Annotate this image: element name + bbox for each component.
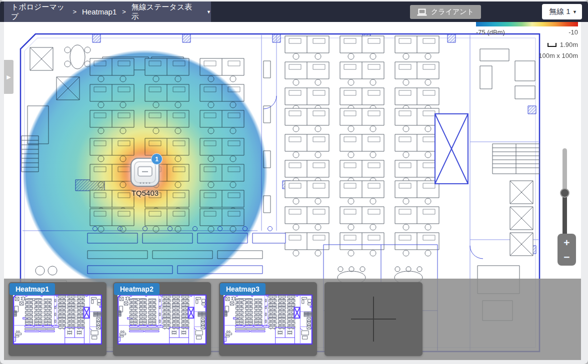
heatmap-card-2[interactable]: Heatmap2 bbox=[113, 282, 211, 356]
heatmap-card-label[interactable]: Heatmap2 bbox=[114, 283, 160, 295]
client-button[interactable]: クライアント bbox=[410, 5, 481, 19]
ap-name-label: TQ5403 bbox=[110, 189, 180, 197]
heatmap-card-label[interactable]: Heatmap3 bbox=[220, 283, 266, 295]
heatmap-thumbnail[interactable] bbox=[118, 295, 206, 345]
add-heatmap-card[interactable] bbox=[324, 282, 422, 356]
zoom-in-button[interactable]: + bbox=[564, 237, 570, 248]
top-bar: トポロジーマップ > Heatmap1 > 無線ステータス表示 ▼ クライアント… bbox=[0, 1, 588, 22]
breadcrumb[interactable]: トポロジーマップ > Heatmap1 > 無線ステータス表示 ▼ bbox=[4, 1, 211, 22]
scale-label: 1.90m bbox=[560, 41, 578, 48]
signal-threshold-slider[interactable] bbox=[562, 148, 567, 245]
breadcrumb-heatmap1[interactable]: Heatmap1 bbox=[82, 7, 116, 16]
ap-dots bbox=[140, 182, 150, 184]
plus-icon bbox=[373, 297, 374, 342]
slider-knob[interactable] bbox=[560, 188, 570, 198]
heatmap-thumbnail[interactable] bbox=[13, 295, 102, 345]
radio-select[interactable]: 無線 1 ▼ bbox=[542, 4, 582, 19]
slider-track-upper[interactable] bbox=[562, 148, 567, 192]
app-window: トポロジーマップ > Heatmap1 > 無線ステータス表示 ▼ クライアント… bbox=[0, 0, 588, 364]
breadcrumb-separator: > bbox=[72, 8, 76, 15]
radio-select-value: 無線 1 bbox=[549, 7, 570, 16]
map-size-label: 100m x 100m bbox=[476, 52, 578, 59]
map-stage[interactable]: 1 TQ5403 -75 (dBm) -10 1.90m 100m x 100m… bbox=[4, 22, 581, 360]
chevron-down-icon: ▼ bbox=[572, 9, 577, 14]
signal-gradient-bar bbox=[476, 22, 578, 26]
breadcrumb-topology[interactable]: トポロジーマップ bbox=[11, 2, 67, 21]
breadcrumb-view-mode[interactable]: 無線ステータス表示 bbox=[132, 2, 194, 21]
legend-min-label: -75 (dBm) bbox=[476, 28, 505, 36]
heatmap-card-label[interactable]: Heatmap1 bbox=[10, 283, 55, 295]
heatmap-card-3[interactable]: Heatmap3 bbox=[219, 282, 317, 356]
sidebar-expand-handle[interactable]: ▶ bbox=[4, 60, 14, 94]
legend-max-label: -10 bbox=[568, 28, 578, 36]
zoom-controls: + − bbox=[558, 234, 576, 266]
chevron-right-icon: ▶ bbox=[6, 74, 10, 80]
client-count-badge[interactable]: 1 bbox=[151, 153, 162, 165]
zoom-out-button[interactable]: − bbox=[564, 252, 570, 262]
ap-led-panel bbox=[138, 166, 152, 177]
client-button-label: クライアント bbox=[431, 7, 474, 16]
heatmap-card-1[interactable]: Heatmap1 bbox=[8, 282, 106, 356]
scale-bracket-icon bbox=[548, 43, 556, 47]
heatmap-thumbnail-panel: Heatmap1 Heatmap2 Heatmap3 bbox=[4, 279, 581, 360]
breadcrumb-separator: > bbox=[122, 8, 126, 15]
signal-legend: -75 (dBm) -10 1.90m 100m x 100m bbox=[476, 22, 578, 59]
heatmap-thumbnail[interactable] bbox=[224, 295, 312, 345]
laptop-icon bbox=[417, 8, 427, 16]
chevron-down-icon[interactable]: ▼ bbox=[206, 9, 211, 14]
